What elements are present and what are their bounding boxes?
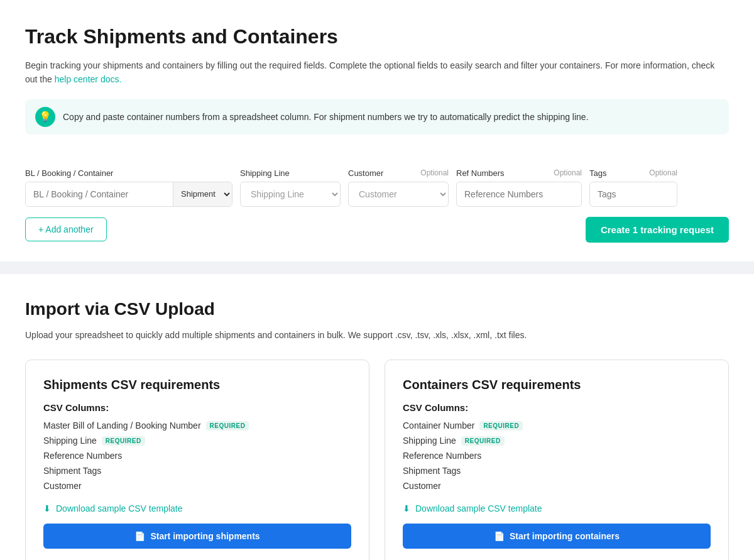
start-importing-shipments-button[interactable]: 📄 Start importing shipments — [43, 524, 351, 549]
list-item: Shipment Tags — [43, 466, 351, 476]
shipment-type-select[interactable]: Shipment Container — [173, 182, 232, 206]
top-section: Track Shipments and Containers Begin tra… — [0, 0, 754, 168]
download-icon: ⬇ — [43, 503, 51, 513]
required-badge: REQUIRED — [102, 436, 145, 446]
shipments-card-title: Shipments CSV requirements — [43, 378, 351, 392]
start-importing-containers-button[interactable]: 📄 Start importing containers — [403, 524, 711, 549]
shipments-columns-label: CSV Columns: — [43, 402, 351, 413]
tags-label: Tags Optional — [589, 168, 677, 178]
list-item: Customer — [403, 481, 711, 491]
page-description: Begin tracking your shipments and contai… — [25, 58, 729, 87]
create-tracking-button[interactable]: Create 1 tracking request — [586, 217, 729, 243]
containers-download-button[interactable]: ⬇ Download sample CSV template — [403, 503, 542, 513]
add-another-button[interactable]: + Add another — [25, 217, 107, 241]
download-icon: ⬇ — [403, 503, 410, 513]
bl-booking-input-group: Shipment Container — [25, 182, 232, 207]
required-badge: REQUIRED — [479, 421, 523, 431]
customer-field-wrapper: Customer Optional Customer — [348, 168, 449, 207]
ref-numbers-label: Ref Numbers Optional — [456, 168, 582, 178]
list-item: Reference Numbers — [403, 451, 711, 461]
required-badge: REQUIRED — [461, 436, 505, 446]
import-title: Import via CSV Upload — [25, 299, 729, 319]
list-item: Container Number REQUIRED — [403, 420, 711, 431]
bl-booking-field-wrapper: BL / Booking / Container Shipment Contai… — [25, 168, 232, 207]
containers-columns-label: CSV Columns: — [403, 402, 711, 413]
list-item: Shipment Tags — [403, 466, 711, 476]
containers-card-title: Containers CSV requirements — [403, 378, 711, 392]
bl-booking-input[interactable] — [26, 182, 173, 206]
info-icon: 💡 — [35, 107, 55, 127]
shipments-download-button[interactable]: ⬇ Download sample CSV template — [43, 503, 183, 513]
customer-select[interactable]: Customer — [348, 182, 449, 207]
shipments-csv-card: Shipments CSV requirements CSV Columns: … — [25, 360, 369, 560]
shipping-line-label: Shipping Line — [240, 168, 341, 178]
shipping-line-field-wrapper: Shipping Line Shipping Line — [240, 168, 341, 207]
bl-booking-label: BL / Booking / Container — [25, 168, 232, 178]
form-field-group: BL / Booking / Container Shipment Contai… — [25, 168, 729, 207]
info-banner-text: Copy and paste container numbers from a … — [63, 112, 589, 122]
ref-numbers-field-wrapper: Ref Numbers Optional — [456, 168, 582, 207]
tags-field-wrapper: Tags Optional — [589, 168, 677, 207]
divider — [0, 261, 754, 274]
csv-cards: Shipments CSV requirements CSV Columns: … — [25, 360, 729, 560]
upload-icon: 📄 — [494, 531, 505, 541]
page-title: Track Shipments and Containers — [25, 25, 729, 48]
required-badge: REQUIRED — [206, 421, 249, 431]
help-center-link[interactable]: help center docs. — [55, 74, 122, 84]
customer-label: Customer Optional — [348, 168, 449, 178]
containers-columns-list: Container Number REQUIRED Shipping Line … — [403, 420, 711, 491]
shipments-columns-list: Master Bill of Landing / Booking Number … — [43, 420, 351, 491]
list-item: Master Bill of Landing / Booking Number … — [43, 420, 351, 431]
list-item: Shipping Line REQUIRED — [403, 436, 711, 446]
ref-numbers-input[interactable] — [456, 182, 582, 207]
list-item: Customer — [43, 481, 351, 491]
form-actions: + Add another Create 1 tracking request — [25, 217, 729, 243]
info-banner: 💡 Copy and paste container numbers from … — [25, 99, 729, 135]
import-description: Upload your spreadsheet to quickly add m… — [25, 328, 729, 342]
list-item: Reference Numbers — [43, 451, 351, 461]
shipping-line-select[interactable]: Shipping Line — [240, 182, 341, 207]
upload-icon: 📄 — [134, 531, 145, 541]
list-item: Shipping Line REQUIRED — [43, 436, 351, 446]
containers-csv-card: Containers CSV requirements CSV Columns:… — [385, 360, 729, 560]
tags-input[interactable] — [589, 182, 677, 207]
import-section: Import via CSV Upload Upload your spread… — [0, 274, 754, 560]
form-section: BL / Booking / Container Shipment Contai… — [0, 168, 754, 261]
